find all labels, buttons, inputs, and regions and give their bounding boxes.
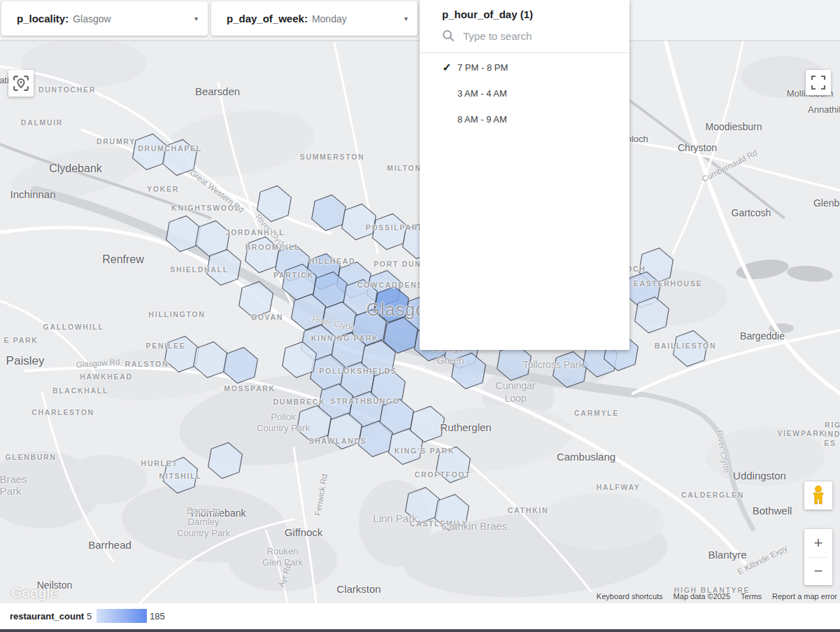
filter-label: p_day_of_week: (227, 13, 308, 24)
filter-label: p_locality: (17, 13, 69, 24)
keyboard-shortcuts-link[interactable]: Keyboard shortcuts (597, 592, 663, 601)
dropdown-option-label: 3 AM - 4 AM (457, 88, 507, 99)
legend-bar: restaurant_count 5 185 (0, 603, 840, 629)
dropdown-option-label: 7 PM - 8 PM (457, 62, 508, 73)
window-bottom-strip (0, 629, 840, 632)
recenter-button[interactable] (8, 70, 34, 97)
legend-min-value: 5 (87, 611, 92, 622)
chevron-down-icon: ▾ (186, 15, 198, 22)
search-input[interactable] (462, 29, 629, 43)
pegman-button[interactable] (804, 482, 832, 510)
check-icon: ✓ (438, 61, 456, 74)
zoom-out-button[interactable]: − (804, 558, 832, 585)
search-icon (442, 29, 455, 42)
report-error-link[interactable]: Report a map error (772, 592, 837, 601)
filter-chip-day-of-week[interactable]: p_day_of_week: Monday ▾ (211, 1, 418, 36)
terms-link[interactable]: Terms (741, 592, 762, 601)
recenter-pin-icon (13, 75, 29, 92)
dropdown-title: p_hour_of_day (1) (420, 0, 629, 23)
filter-value: Glasgow (73, 13, 111, 24)
app-window: GlasgowClydebankBearsdenInchinnanRenfrew… (0, 0, 840, 632)
dropdown-option[interactable]: ✓7 PM - 8 PM (420, 55, 629, 80)
dropdown-search-row (420, 23, 629, 48)
zoom-in-button[interactable]: + (804, 530, 832, 557)
chevron-down-icon: ▾ (396, 15, 408, 22)
fullscreen-icon (811, 75, 826, 90)
filter-value: Monday (312, 13, 347, 24)
dropdown-option-label: 8 AM - 9 AM (457, 114, 507, 125)
dropdown-option[interactable]: 8 AM - 9 AM (420, 106, 629, 132)
legend-max-value: 185 (150, 611, 165, 622)
google-logo[interactable]: Google (11, 585, 57, 601)
filter-chip-locality[interactable]: p_locality: Glasgow ▾ (1, 1, 208, 36)
zoom-control: + − (804, 529, 832, 585)
dropdown-option[interactable]: 3 AM - 4 AM (420, 80, 629, 106)
legend-gradient (97, 609, 147, 623)
dropdown-option-list: ✓7 PM - 8 PM3 AM - 4 AM8 AM - 9 AM (420, 53, 629, 132)
legend-field-label: restaurant_count (10, 611, 84, 622)
map-attribution: Keyboard shortcuts Map data ©2025 Terms … (597, 592, 837, 601)
fullscreen-button[interactable] (806, 70, 831, 95)
pegman-icon (809, 485, 827, 506)
hour-of-day-dropdown-panel: p_hour_of_day (1) ✓7 PM - 8 PM3 AM - 4 A… (420, 0, 629, 350)
map-data-text: Map data ©2025 (674, 592, 731, 601)
